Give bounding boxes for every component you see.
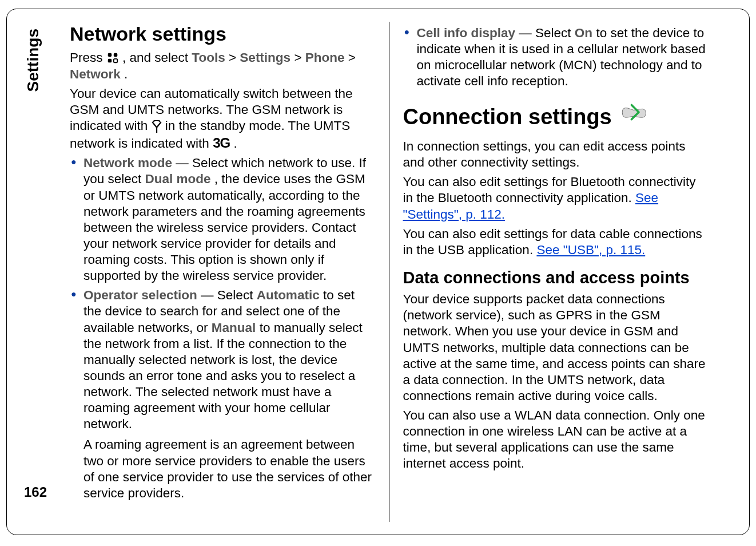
list-item: Network mode — Select which network to u… <box>83 155 375 284</box>
text: Press <box>70 50 106 65</box>
network-intro: Your device can automatically switch bet… <box>70 86 375 152</box>
data-connections-heading: Data connections and access points <box>403 267 709 288</box>
network-settings-heading: Network settings <box>70 22 375 46</box>
chevron-right-icon: > <box>348 50 356 65</box>
text: to manually select the network from a li… <box>83 321 363 432</box>
navigation-path: Press , and select Tools > Settings > Ph… <box>70 50 375 82</box>
connection-settings-heading: Connection settings <box>403 104 612 131</box>
option-label: Network mode <box>83 156 172 170</box>
svg-rect-1 <box>114 53 117 56</box>
connection-plug-icon <box>618 102 650 126</box>
nav-network: Network <box>70 67 121 81</box>
left-column: Network settings Press , and select Tool… <box>70 22 389 522</box>
two-column-layout: Network settings Press , and select Tool… <box>70 22 708 522</box>
text: , and select <box>122 50 192 65</box>
option-label: Cell info display <box>417 26 516 40</box>
data-connections-p2: You can also use a WLAN data connection.… <box>403 407 709 472</box>
text: . <box>124 67 128 81</box>
svg-rect-0 <box>108 53 112 56</box>
nav-tools: Tools <box>192 50 225 65</box>
text: Select <box>535 26 575 40</box>
roaming-note: A roaming agreement is an agreement betw… <box>83 437 375 501</box>
text: . <box>233 136 237 151</box>
menu-key-icon <box>106 50 119 66</box>
option-value: Automatic <box>257 288 320 302</box>
chevron-right-icon: > <box>294 50 305 65</box>
page-frame: Settings 162 Network settings Press , an… <box>6 9 750 535</box>
bluetooth-paragraph: You can also edit settings for Bluetooth… <box>403 174 709 222</box>
usb-paragraph: You can also edit settings for data cabl… <box>403 226 709 258</box>
three-g-icon: 3G <box>213 135 230 151</box>
text: Select <box>217 288 257 302</box>
text: , the device uses the GSM or UMTS networ… <box>83 172 365 283</box>
page-number: 162 <box>24 484 47 500</box>
data-connections-p1: Your device supports packet data connect… <box>403 291 709 404</box>
text: — <box>176 156 192 170</box>
network-options-list: Network mode — Select which network to u… <box>70 155 375 501</box>
nav-phone: Phone <box>305 50 345 65</box>
svg-rect-3 <box>114 58 117 62</box>
option-value: Manual <box>212 321 256 335</box>
text: — <box>519 26 535 40</box>
see-usb-link[interactable]: See "USB", p. 115. <box>536 243 645 257</box>
nav-settings: Settings <box>240 50 291 65</box>
list-item: Cell info display — Select On to set the… <box>417 25 709 90</box>
connection-settings-heading-row: Connection settings <box>403 93 709 136</box>
right-column: Cell info display — Select On to set the… <box>389 22 709 522</box>
option-label: Operator selection <box>83 288 197 302</box>
connection-intro: In connection settings, you can edit acc… <box>403 139 709 171</box>
network-options-list-continued: Cell info display — Select On to set the… <box>403 25 709 90</box>
option-value: On <box>575 26 592 40</box>
chevron-right-icon: > <box>229 50 240 65</box>
list-item: Operator selection — Select Automatic to… <box>83 287 375 501</box>
antenna-icon <box>152 118 162 134</box>
svg-rect-2 <box>108 58 112 62</box>
option-value: Dual mode <box>145 172 211 186</box>
section-tab: Settings <box>24 29 42 92</box>
text: — <box>201 288 217 302</box>
